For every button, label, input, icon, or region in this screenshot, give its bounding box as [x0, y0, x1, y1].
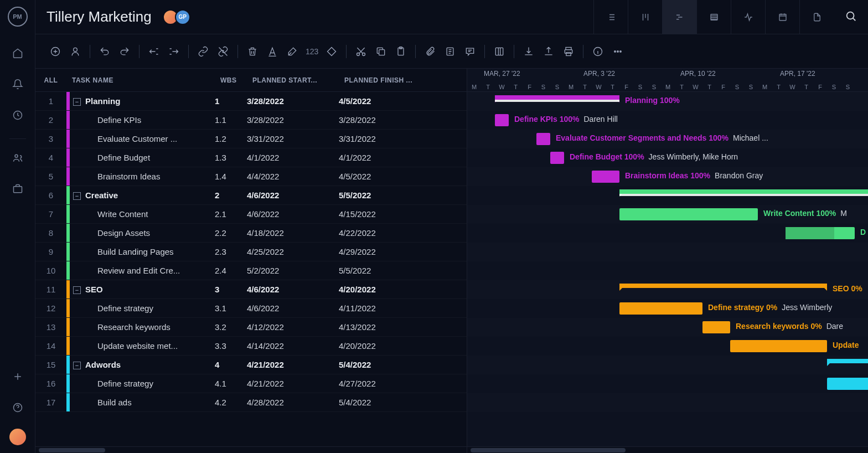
- table-row[interactable]: 13Research keywords3.24/12/20224/13/2022: [35, 318, 467, 337]
- gantt-body[interactable]: Planning 100%Define KPIs 100%Daren HillE…: [467, 92, 868, 446]
- milestone-button[interactable]: [323, 43, 340, 60]
- table-row[interactable]: 6−Creative24/6/20225/5/2022: [35, 186, 467, 205]
- sheet-view-button[interactable]: [696, 0, 731, 34]
- gantt-bar-label: SEO 0%: [833, 284, 862, 293]
- board-view-button[interactable]: [628, 0, 662, 34]
- table-row[interactable]: 17Build ads4.24/28/20225/4/2022: [35, 393, 467, 412]
- clear-format-button[interactable]: [283, 43, 301, 60]
- col-finish[interactable]: PLANNED FINISH ...: [339, 76, 431, 84]
- table-row[interactable]: 4Define Budget1.34/1/20224/1/2022: [35, 148, 467, 167]
- col-wbs[interactable]: WBS: [215, 76, 247, 84]
- collapse-icon[interactable]: −: [73, 362, 81, 369]
- gantt-bar[interactable]: [827, 378, 868, 390]
- day-label: T: [509, 84, 523, 90]
- gantt-bar[interactable]: [550, 152, 564, 164]
- day-label: T: [772, 84, 786, 90]
- table-row[interactable]: 11−SEO34/6/20224/20/2022: [35, 280, 467, 299]
- unlink-button[interactable]: [214, 43, 232, 60]
- grid-scrollbar[interactable]: [35, 446, 467, 453]
- paste-button[interactable]: [392, 43, 410, 60]
- day-label: M: [467, 84, 481, 90]
- clock-icon[interactable]: [8, 105, 28, 125]
- info-button[interactable]: [589, 43, 607, 60]
- week-label: APR, 17 '22: [780, 70, 815, 78]
- gantt-bar[interactable]: [619, 189, 868, 194]
- people-icon[interactable]: [8, 148, 28, 168]
- export-button[interactable]: [540, 43, 557, 60]
- table-row[interactable]: 2Define KPIs1.13/28/20223/28/2022: [35, 111, 467, 130]
- table-row[interactable]: 1−Planning13/28/20224/5/2022: [35, 92, 467, 111]
- calendar-view-button[interactable]: [765, 0, 799, 34]
- add-task-button[interactable]: [46, 43, 64, 60]
- link-button[interactable]: [194, 43, 212, 60]
- svg-point-20: [614, 50, 616, 52]
- gantt-bar[interactable]: [619, 302, 702, 315]
- assign-button[interactable]: [66, 43, 84, 60]
- indent-button[interactable]: [165, 43, 183, 60]
- collapse-icon[interactable]: −: [73, 286, 81, 294]
- svg-rect-5: [779, 14, 786, 20]
- app-logo[interactable]: PM: [8, 7, 28, 27]
- number-button[interactable]: 123: [303, 47, 321, 56]
- task-name: Creative: [85, 191, 118, 200]
- gantt-bar[interactable]: [619, 284, 827, 288]
- outdent-button[interactable]: [145, 43, 163, 60]
- bell-icon[interactable]: [8, 74, 28, 94]
- plus-icon[interactable]: [8, 367, 28, 387]
- gantt-bar[interactable]: [619, 208, 758, 220]
- table-row[interactable]: 3Evaluate Customer ...1.23/31/20223/31/2…: [35, 130, 467, 148]
- copy-button[interactable]: [372, 43, 390, 60]
- table-row[interactable]: 8Design Assets2.24/18/20224/22/2022: [35, 224, 467, 243]
- gantt-view-button[interactable]: [662, 0, 696, 34]
- columns-button[interactable]: [490, 43, 508, 60]
- user-avatar[interactable]: [9, 429, 26, 445]
- file-view-button[interactable]: [799, 0, 834, 34]
- col-start[interactable]: PLANNED START...: [247, 76, 339, 84]
- table-row[interactable]: 7Write Content2.14/6/20224/15/2022: [35, 205, 467, 224]
- briefcase-icon[interactable]: [8, 179, 28, 199]
- gantt-bar[interactable]: [592, 171, 619, 183]
- font-button[interactable]: [264, 43, 281, 60]
- gantt-bar[interactable]: [495, 114, 509, 126]
- undo-button[interactable]: [96, 43, 113, 60]
- table-row[interactable]: 14Update website met...3.34/14/20224/20/…: [35, 337, 467, 356]
- table-row[interactable]: 5Brainstorm Ideas1.44/4/20224/5/2022: [35, 167, 467, 186]
- search-icon[interactable]: [845, 10, 857, 24]
- gantt-bar[interactable]: [730, 340, 827, 352]
- print-button[interactable]: [560, 43, 577, 60]
- more-button[interactable]: [609, 43, 627, 60]
- list-view-button[interactable]: [593, 0, 628, 34]
- avatar[interactable]: GP: [175, 9, 190, 25]
- collapse-icon[interactable]: −: [73, 98, 81, 106]
- table-row[interactable]: 15−Adwords44/21/20225/4/2022: [35, 356, 467, 374]
- notes-button[interactable]: [441, 43, 459, 60]
- activity-view-button[interactable]: [731, 0, 765, 34]
- table-row[interactable]: 9Build Landing Pages2.34/25/20224/29/202…: [35, 243, 467, 261]
- task-grid: ALL TASK NAME WBS PLANNED START... PLANN…: [35, 69, 467, 453]
- attach-button[interactable]: [421, 43, 439, 60]
- comment-button[interactable]: [461, 43, 479, 60]
- gantt-bar[interactable]: [536, 133, 550, 145]
- table-row[interactable]: 10Review and Edit Cre...2.45/2/20225/5/2…: [35, 261, 467, 280]
- import-button[interactable]: [520, 43, 538, 60]
- gantt-bar[interactable]: [495, 95, 619, 100]
- gantt-bar[interactable]: [827, 359, 868, 363]
- gantt-scrollbar[interactable]: [467, 446, 868, 453]
- gantt-bar-label: Define KPIs 100%Daren Hill: [514, 115, 618, 123]
- help-icon[interactable]: [8, 398, 28, 418]
- table-row[interactable]: 16Define strategy4.14/21/20224/27/2022: [35, 374, 467, 393]
- cut-button[interactable]: [352, 43, 370, 60]
- col-name[interactable]: TASK NAME: [66, 76, 215, 84]
- redo-button[interactable]: [116, 43, 133, 60]
- home-icon[interactable]: [8, 43, 28, 63]
- delete-button[interactable]: [244, 43, 261, 60]
- gantt-bar-label: Write Content 100%M: [763, 209, 847, 218]
- col-all[interactable]: ALL: [35, 76, 66, 84]
- gantt-bar[interactable]: [702, 321, 730, 333]
- member-avatars[interactable]: GP: [163, 9, 187, 25]
- collapse-icon[interactable]: −: [73, 192, 81, 200]
- table-row[interactable]: 12Define strategy3.14/6/20224/11/2022: [35, 299, 467, 318]
- day-label: S: [550, 84, 564, 90]
- task-name: Research keywords: [97, 322, 170, 332]
- svg-point-21: [617, 50, 619, 52]
